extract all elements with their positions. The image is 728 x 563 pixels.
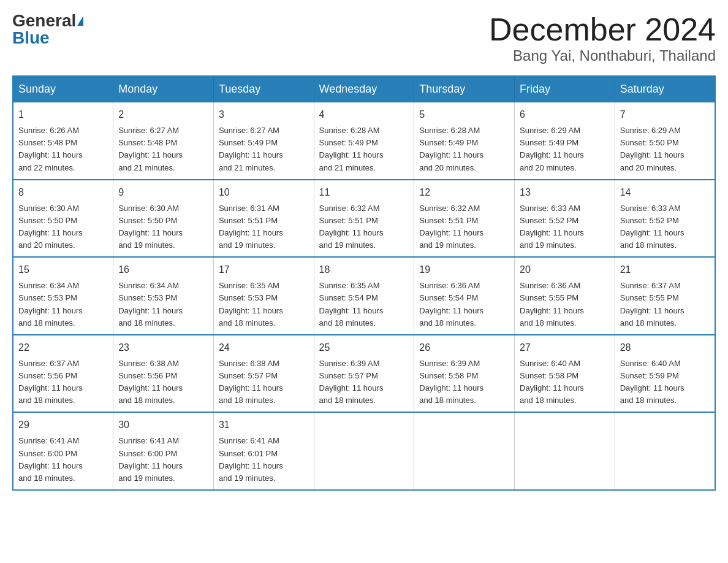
column-header-friday: Friday (515, 76, 615, 102)
day-cell (515, 412, 615, 490)
day-cell: 20Sunrise: 6:36 AMSunset: 5:55 PMDayligh… (515, 257, 615, 335)
day-info: Sunrise: 6:35 AMSunset: 5:54 PMDaylight:… (319, 281, 384, 327)
day-number: 9 (118, 185, 208, 200)
day-number: 6 (520, 107, 610, 122)
day-number: 27 (520, 340, 610, 355)
day-number: 7 (620, 107, 710, 122)
day-cell (314, 412, 414, 490)
day-info: Sunrise: 6:37 AMSunset: 5:56 PMDaylight:… (18, 359, 83, 405)
column-header-thursday: Thursday (414, 76, 515, 102)
day-cell: 26Sunrise: 6:39 AMSunset: 5:58 PMDayligh… (414, 335, 515, 413)
day-info: Sunrise: 6:27 AMSunset: 5:48 PMDaylight:… (118, 126, 183, 172)
day-cell: 1Sunrise: 6:26 AMSunset: 5:48 PMDaylight… (13, 102, 113, 180)
day-info: Sunrise: 6:41 AMSunset: 6:01 PMDaylight:… (219, 436, 283, 482)
day-info: Sunrise: 6:32 AMSunset: 5:51 PMDaylight:… (319, 204, 384, 250)
day-cell: 2Sunrise: 6:27 AMSunset: 5:48 PMDaylight… (113, 102, 214, 180)
day-info: Sunrise: 6:41 AMSunset: 6:00 PMDaylight:… (118, 436, 183, 482)
logo-general-text: General (12, 12, 76, 29)
day-info: Sunrise: 6:37 AMSunset: 5:55 PMDaylight:… (620, 281, 684, 327)
day-number: 13 (520, 185, 610, 200)
day-info: Sunrise: 6:33 AMSunset: 5:52 PMDaylight:… (620, 204, 684, 250)
day-info: Sunrise: 6:38 AMSunset: 5:57 PMDaylight:… (219, 359, 283, 405)
column-header-saturday: Saturday (615, 76, 715, 102)
day-number: 11 (319, 185, 409, 200)
day-number: 10 (219, 185, 309, 200)
day-number: 28 (620, 340, 710, 355)
day-info: Sunrise: 6:30 AMSunset: 5:50 PMDaylight:… (18, 204, 83, 250)
logo-blue-text: Blue (12, 29, 50, 47)
day-number: 31 (219, 418, 309, 432)
day-cell: 27Sunrise: 6:40 AMSunset: 5:58 PMDayligh… (515, 335, 615, 413)
day-cell: 19Sunrise: 6:36 AMSunset: 5:54 PMDayligh… (414, 257, 515, 335)
week-row-5: 29Sunrise: 6:41 AMSunset: 6:00 PMDayligh… (13, 412, 715, 490)
day-info: Sunrise: 6:40 AMSunset: 5:58 PMDaylight:… (520, 359, 584, 405)
day-info: Sunrise: 6:29 AMSunset: 5:49 PMDaylight:… (520, 126, 584, 172)
day-cell: 23Sunrise: 6:38 AMSunset: 5:56 PMDayligh… (113, 335, 214, 413)
day-number: 18 (319, 262, 409, 277)
day-cell: 14Sunrise: 6:33 AMSunset: 5:52 PMDayligh… (615, 180, 715, 258)
day-number: 22 (18, 340, 108, 355)
day-number: 17 (219, 262, 309, 277)
day-number: 26 (419, 340, 509, 355)
page-header: General Blue December 2024 Bang Yai, Non… (12, 12, 716, 64)
logo: General Blue (12, 12, 83, 47)
day-cell: 3Sunrise: 6:27 AMSunset: 5:49 PMDaylight… (213, 102, 314, 180)
day-number: 16 (118, 262, 208, 277)
day-info: Sunrise: 6:38 AMSunset: 5:56 PMDaylight:… (118, 359, 183, 405)
day-info: Sunrise: 6:39 AMSunset: 5:58 PMDaylight:… (419, 359, 483, 405)
day-number: 21 (620, 262, 710, 277)
logo-triangle-icon (77, 16, 83, 26)
day-info: Sunrise: 6:40 AMSunset: 5:59 PMDaylight:… (620, 359, 684, 405)
day-cell: 7Sunrise: 6:29 AMSunset: 5:50 PMDaylight… (615, 102, 715, 180)
day-number: 5 (419, 107, 509, 122)
day-cell: 5Sunrise: 6:28 AMSunset: 5:49 PMDaylight… (414, 102, 515, 180)
day-cell: 12Sunrise: 6:32 AMSunset: 5:51 PMDayligh… (414, 180, 515, 258)
column-header-wednesday: Wednesday (314, 76, 414, 102)
day-cell: 30Sunrise: 6:41 AMSunset: 6:00 PMDayligh… (113, 412, 214, 490)
column-header-tuesday: Tuesday (213, 76, 314, 102)
day-number: 3 (219, 107, 309, 122)
day-info: Sunrise: 6:31 AMSunset: 5:51 PMDaylight:… (219, 204, 283, 250)
day-cell: 11Sunrise: 6:32 AMSunset: 5:51 PMDayligh… (314, 180, 414, 258)
day-number: 23 (118, 340, 208, 355)
week-row-1: 1Sunrise: 6:26 AMSunset: 5:48 PMDaylight… (13, 102, 715, 180)
day-number: 8 (18, 185, 108, 200)
day-cell: 6Sunrise: 6:29 AMSunset: 5:49 PMDaylight… (515, 102, 615, 180)
day-cell (414, 412, 515, 490)
day-info: Sunrise: 6:36 AMSunset: 5:54 PMDaylight:… (419, 281, 483, 327)
day-cell: 16Sunrise: 6:34 AMSunset: 5:53 PMDayligh… (113, 257, 214, 335)
day-cell: 22Sunrise: 6:37 AMSunset: 5:56 PMDayligh… (13, 335, 113, 413)
day-info: Sunrise: 6:33 AMSunset: 5:52 PMDaylight:… (520, 204, 584, 250)
day-cell: 18Sunrise: 6:35 AMSunset: 5:54 PMDayligh… (314, 257, 414, 335)
day-cell: 15Sunrise: 6:34 AMSunset: 5:53 PMDayligh… (13, 257, 113, 335)
day-info: Sunrise: 6:28 AMSunset: 5:49 PMDaylight:… (419, 126, 483, 172)
day-info: Sunrise: 6:41 AMSunset: 6:00 PMDaylight:… (18, 436, 83, 482)
day-cell: 31Sunrise: 6:41 AMSunset: 6:01 PMDayligh… (213, 412, 314, 490)
day-cell: 29Sunrise: 6:41 AMSunset: 6:00 PMDayligh… (13, 412, 113, 490)
day-number: 15 (18, 262, 108, 277)
title-section: December 2024 Bang Yai, Nonthaburi, Thai… (489, 12, 716, 64)
day-info: Sunrise: 6:36 AMSunset: 5:55 PMDaylight:… (520, 281, 584, 327)
day-cell: 4Sunrise: 6:28 AMSunset: 5:49 PMDaylight… (314, 102, 414, 180)
day-cell: 21Sunrise: 6:37 AMSunset: 5:55 PMDayligh… (615, 257, 715, 335)
day-cell: 25Sunrise: 6:39 AMSunset: 5:57 PMDayligh… (314, 335, 414, 413)
day-number: 24 (219, 340, 309, 355)
day-number: 25 (319, 340, 409, 355)
day-number: 12 (419, 185, 509, 200)
day-cell: 28Sunrise: 6:40 AMSunset: 5:59 PMDayligh… (615, 335, 715, 413)
day-info: Sunrise: 6:34 AMSunset: 5:53 PMDaylight:… (118, 281, 183, 327)
day-number: 29 (18, 418, 108, 432)
location-title: Bang Yai, Nonthaburi, Thailand (489, 47, 716, 64)
week-row-2: 8Sunrise: 6:30 AMSunset: 5:50 PMDaylight… (13, 180, 715, 258)
column-header-monday: Monday (113, 76, 214, 102)
calendar-header-row: SundayMondayTuesdayWednesdayThursdayFrid… (13, 76, 715, 102)
day-info: Sunrise: 6:28 AMSunset: 5:49 PMDaylight:… (319, 126, 384, 172)
day-info: Sunrise: 6:29 AMSunset: 5:50 PMDaylight:… (620, 126, 684, 172)
day-number: 1 (18, 107, 108, 122)
column-header-sunday: Sunday (13, 76, 113, 102)
day-cell: 24Sunrise: 6:38 AMSunset: 5:57 PMDayligh… (213, 335, 314, 413)
day-cell: 13Sunrise: 6:33 AMSunset: 5:52 PMDayligh… (515, 180, 615, 258)
day-cell (615, 412, 715, 490)
day-info: Sunrise: 6:32 AMSunset: 5:51 PMDaylight:… (419, 204, 483, 250)
day-number: 4 (319, 107, 409, 122)
